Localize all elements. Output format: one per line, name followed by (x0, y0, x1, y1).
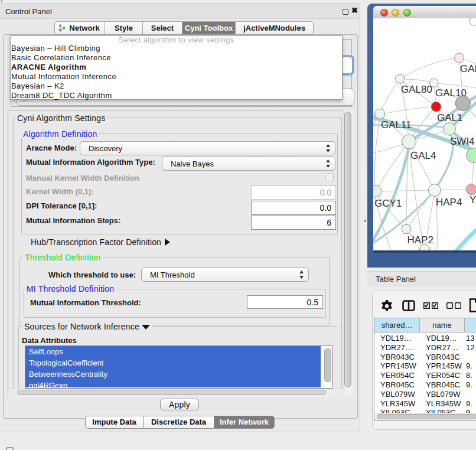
svg-text:HAP2: HAP2 (407, 234, 433, 246)
svg-text:SWI4: SWI4 (450, 136, 475, 147)
svg-text:GAL1: GAL1 (437, 112, 462, 123)
svg-text:GAL4: GAL4 (410, 150, 436, 161)
svg-text:GAL80: GAL80 (401, 84, 432, 95)
svg-text:GCY1: GCY1 (374, 198, 402, 209)
svg-text:YM: YM (470, 194, 476, 206)
svg-text:HAP4: HAP4 (436, 197, 462, 208)
svg-text:GAL10: GAL10 (435, 87, 467, 99)
svg-text:GAL2: GAL2 (460, 63, 476, 74)
svg-text:GAL11: GAL11 (381, 119, 412, 131)
